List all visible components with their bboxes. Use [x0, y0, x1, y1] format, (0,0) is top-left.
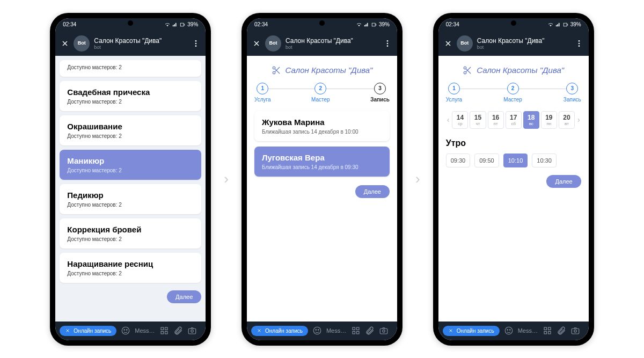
step-booking[interactable]: 3 Запись [370, 83, 390, 103]
date-cell[interactable]: 15чт [470, 111, 486, 129]
emoji-icon[interactable] [312, 326, 322, 335]
svg-rect-23 [356, 332, 359, 334]
service-card-partial[interactable]: Доступно мастеров: 2 [60, 60, 201, 77]
message-input[interactable]: Mess… [518, 327, 538, 334]
emoji-icon[interactable] [504, 326, 514, 335]
chat-subtitle: bot [94, 45, 187, 50]
wifi-icon [548, 22, 553, 27]
camera-icon[interactable] [570, 326, 580, 335]
svg-point-31 [505, 327, 513, 334]
attach-icon[interactable] [557, 326, 566, 335]
svg-point-29 [464, 67, 466, 69]
svg-point-25 [383, 330, 385, 333]
svg-rect-35 [548, 327, 551, 330]
bottom-bar: Онлайн запись Mess… [438, 322, 589, 340]
bot-avatar[interactable]: Bot [74, 35, 90, 52]
service-card-selected[interactable]: Маникюр Доступно мастеров: 2 [60, 150, 201, 180]
step-master[interactable]: 2 Мастер [503, 83, 522, 103]
camera-icon[interactable] [187, 326, 197, 335]
online-booking-pill[interactable]: Онлайн запись [251, 326, 308, 336]
status-battery: 39% [187, 21, 198, 27]
svg-point-15 [273, 67, 275, 69]
menu-dots-icon[interactable] [383, 39, 392, 48]
svg-point-17 [313, 327, 321, 334]
slot[interactable]: 09:30 [446, 154, 471, 167]
online-booking-pill[interactable]: Онлайн запись [443, 326, 500, 336]
svg-rect-34 [544, 327, 547, 330]
next-button[interactable]: Далее [167, 290, 201, 303]
scissors-icon [463, 65, 472, 75]
service-card[interactable]: Свадебная прическа Доступно мастеров: 2 [60, 81, 201, 111]
date-cell[interactable]: 19пн [541, 111, 557, 129]
svg-point-3 [122, 327, 130, 334]
content-area: Доступно мастеров: 2 Свадебная прическа … [55, 56, 206, 322]
qr-icon[interactable] [159, 326, 169, 335]
svg-rect-8 [161, 332, 164, 334]
step-service[interactable]: 1 Услуга [446, 83, 463, 103]
section-title: Утро [446, 138, 581, 148]
status-time: 02:34 [254, 21, 268, 27]
message-input[interactable]: Mess… [135, 327, 155, 334]
attach-icon[interactable] [173, 326, 183, 335]
service-card[interactable]: Наращивание ресниц Доступно мастеров: 2 [60, 253, 201, 283]
status-time: 02:34 [446, 21, 459, 27]
svg-point-26 [578, 40, 580, 42]
slot[interactable]: 10:30 [532, 154, 557, 167]
battery-icon [180, 22, 185, 27]
next-button[interactable]: Далее [546, 175, 581, 188]
svg-rect-6 [161, 327, 164, 330]
next-dates-icon[interactable]: › [576, 115, 581, 124]
bot-avatar[interactable]: Bot [265, 35, 281, 52]
service-card[interactable]: Окрашивание Доступно мастеров: 2 [60, 115, 201, 145]
chat-subtitle: bot [286, 45, 379, 50]
battery-icon [563, 22, 568, 27]
svg-rect-24 [380, 328, 387, 334]
phone-mock-1: 02:34 39% Bot Салон Красоты "Дива" bot Д… [50, 13, 211, 346]
slot-selected[interactable]: 10:10 [503, 154, 528, 167]
menu-dots-icon[interactable] [192, 39, 200, 48]
date-cell-selected[interactable]: 18вс [523, 111, 539, 129]
qr-icon[interactable] [351, 326, 361, 335]
message-input[interactable]: Mess… [326, 327, 347, 334]
chat-subtitle: bot [477, 45, 570, 50]
bot-avatar[interactable]: Bot [457, 35, 473, 52]
svg-point-28 [578, 45, 580, 47]
chevron-right-icon: › [415, 171, 420, 187]
date-cell[interactable]: 17сб [506, 111, 522, 129]
svg-rect-22 [353, 332, 355, 334]
svg-point-30 [464, 71, 466, 74]
stepper: 1 Услуга 2 Мастер 3 Запись [446, 83, 581, 103]
content-area: Салон Красоты "Дива" 1 Услуга 2 Мастер 3… [438, 56, 589, 322]
app-bar: Bot Салон Красоты "Дива" bot [247, 31, 397, 56]
stepper: 1 Услуга 2 Мастер 3 Запись [254, 83, 390, 103]
step-master[interactable]: 2 Мастер [311, 83, 330, 103]
step-booking[interactable]: 3 Запись [564, 83, 581, 103]
signal-icon [172, 22, 178, 27]
date-cell[interactable]: 16пт [488, 111, 504, 129]
date-cell[interactable]: 14ср [452, 111, 468, 129]
slot[interactable]: 09:50 [474, 154, 499, 167]
qr-icon[interactable] [543, 326, 552, 335]
master-card[interactable]: Жукова Марина Ближайшая запись 14 декабр… [254, 111, 390, 141]
next-button[interactable]: Далее [355, 185, 390, 198]
menu-dots-icon[interactable] [575, 39, 583, 48]
attach-icon[interactable] [365, 326, 375, 335]
service-card[interactable]: Педикюр Доступно мастеров: 2 [60, 184, 201, 214]
close-icon[interactable] [252, 39, 261, 48]
status-battery: 39% [379, 21, 390, 27]
emoji-icon[interactable] [121, 326, 130, 335]
svg-point-39 [574, 330, 576, 333]
prev-dates-icon[interactable]: ‹ [446, 115, 451, 124]
phone-mock-3: 02:34 39% Bot Салон Красоты "Дива" bot С… [433, 13, 594, 346]
camera-icon[interactable] [379, 326, 389, 335]
service-card[interactable]: Коррекция бровей Доступно мастеров: 2 [60, 218, 201, 249]
svg-rect-38 [572, 328, 579, 334]
online-booking-pill[interactable]: Онлайн запись [60, 326, 116, 336]
date-cell[interactable]: 20вт [559, 111, 575, 129]
chat-title: Салон Красоты "Дива" [94, 37, 187, 45]
close-icon[interactable] [61, 39, 69, 48]
step-service[interactable]: 1 Услуга [254, 83, 271, 103]
svg-rect-21 [356, 327, 359, 330]
close-icon[interactable] [444, 39, 452, 48]
master-card-selected[interactable]: Луговская Вера Ближайшая запись 14 декаб… [254, 147, 390, 177]
